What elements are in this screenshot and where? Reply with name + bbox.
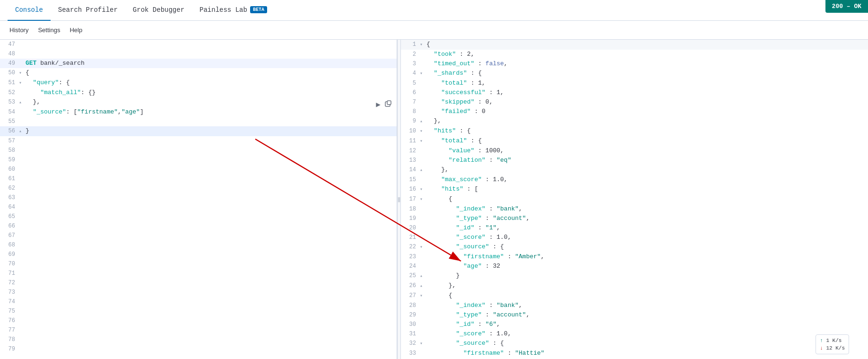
editor-line-51: 51 ▾ "query": { bbox=[0, 78, 397, 88]
editor-pane: 47 48 49 GET bank/_search bbox=[0, 40, 397, 359]
output-line-11: 11 ▾ "total" : { bbox=[401, 136, 868, 146]
download-stat: ↓ 12 K/s bbox=[820, 344, 845, 352]
editor-line-63: 63 bbox=[0, 193, 397, 202]
editor-line-77: 77 bbox=[0, 325, 397, 335]
editor-line-73: 73 bbox=[0, 288, 397, 297]
editor-line-66: 66 bbox=[0, 221, 397, 231]
output-line-5: 5 "total" : 1, bbox=[401, 79, 868, 88]
svg-rect-0 bbox=[387, 101, 391, 105]
output-line-12: 12 "value" : 1000, bbox=[401, 146, 868, 156]
output-line-13: 13 "relation" : "eq" bbox=[401, 156, 868, 165]
tab-console[interactable]: Console bbox=[8, 0, 51, 21]
network-stats: ↑ 1 K/s ↓ 12 K/s bbox=[816, 334, 849, 354]
output-line-25: 25 ▴ } bbox=[401, 271, 868, 281]
editor-line-78: 78 bbox=[0, 335, 397, 344]
output-line-14: 14 ▴ }, bbox=[401, 165, 868, 175]
output-line-19: 19 "_type" : "account", bbox=[401, 214, 868, 223]
copy-as-curl-icon[interactable] bbox=[384, 100, 392, 110]
output-line-28: 28 "_index" : "bank", bbox=[401, 301, 868, 310]
editor-action-icons: ▶ bbox=[376, 100, 392, 110]
output-line-3: 3 "timed_out" : false, bbox=[401, 59, 868, 69]
editor-line-56: 56 ▴ } bbox=[0, 126, 397, 136]
output-line-32: 32 ▾ "_source" : { bbox=[401, 339, 868, 349]
pane-divider[interactable]: ‖ bbox=[397, 40, 401, 359]
output-line-4: 4 ▾ "_shards" : { bbox=[401, 69, 868, 79]
tab-search-profiler[interactable]: Search Profiler bbox=[51, 0, 125, 21]
status-badge: 200 – OK bbox=[825, 0, 868, 13]
tab-painless-lab[interactable]: Painless Lab BETA bbox=[192, 0, 275, 21]
editor-line-79: 79 bbox=[0, 344, 397, 354]
main-content: 47 48 49 GET bank/_search bbox=[0, 40, 868, 359]
editor-line-74: 74 bbox=[0, 297, 397, 306]
output-line-24: 24 "age" : 32 bbox=[401, 262, 868, 271]
editor-line-55: 55 bbox=[0, 117, 397, 126]
editor-line-70: 70 bbox=[0, 259, 397, 269]
editor-line-67: 67 bbox=[0, 231, 397, 240]
editor-line-69: 69 bbox=[0, 250, 397, 259]
editor-line-64: 64 bbox=[0, 202, 397, 212]
editor-line-72: 72 bbox=[0, 278, 397, 288]
editor-line-50: 50 ▾ { bbox=[0, 68, 397, 78]
output-line-26: 26 ▴ }, bbox=[401, 281, 868, 291]
output-line-7: 7 "skipped" : 0, bbox=[401, 97, 868, 107]
upload-stat: ↑ 1 K/s bbox=[820, 337, 845, 344]
editor-line-58: 58 bbox=[0, 146, 397, 155]
toolbar: History Settings Help 200 – OK bbox=[0, 21, 868, 40]
help-button[interactable]: Help bbox=[66, 25, 86, 35]
output-line-27: 27 ▾ { bbox=[401, 291, 868, 301]
editor-line-68: 68 bbox=[0, 240, 397, 250]
output-line-33: 33 "firstname" : "Hattie" bbox=[401, 349, 868, 358]
output-line-23: 23 "firstname" : "Amber", bbox=[401, 252, 868, 262]
output-line-2: 2 "took" : 2, bbox=[401, 50, 868, 59]
output-line-21: 21 "_score" : 1.0, bbox=[401, 233, 868, 242]
output-line-30: 30 "_id" : "6", bbox=[401, 320, 868, 329]
output-line-31: 31 "_score" : 1.0, bbox=[401, 329, 868, 339]
editor-line-52: 52 "match_all": {} bbox=[0, 88, 397, 97]
editor-line-49: 49 GET bank/_search bbox=[0, 59, 397, 68]
editor-line-76: 76 bbox=[0, 316, 397, 325]
output-line-16: 16 ▾ "hits" : [ bbox=[401, 184, 868, 194]
editor-line-53: 53 ▴ }, bbox=[0, 97, 397, 107]
run-icon[interactable]: ▶ bbox=[376, 100, 381, 110]
output-line-17: 17 ▾ { bbox=[401, 194, 868, 204]
editor-line-60: 60 bbox=[0, 165, 397, 174]
editor-line-59: 59 bbox=[0, 155, 397, 165]
editor-line-47: 47 bbox=[0, 40, 397, 49]
output-line-22: 22 ▾ "_source" : { bbox=[401, 242, 868, 252]
output-line-20: 20 "_id" : "1", bbox=[401, 223, 868, 233]
output-line-18: 18 "_index" : "bank", bbox=[401, 204, 868, 214]
editor-line-57: 57 bbox=[0, 136, 397, 146]
editor-line-71: 71 bbox=[0, 269, 397, 278]
code-area[interactable]: 47 48 49 GET bank/_search bbox=[0, 40, 397, 359]
beta-badge: BETA bbox=[250, 6, 267, 13]
output-line-1: 1 ▾ { bbox=[401, 40, 868, 50]
editor-line-65: 65 bbox=[0, 212, 397, 221]
editor-line-62: 62 bbox=[0, 184, 397, 193]
tab-grok-debugger[interactable]: Grok Debugger bbox=[125, 0, 192, 21]
output-line-10: 10 ▾ "hits" : { bbox=[401, 126, 868, 136]
output-line-29: 29 "_type" : "account", bbox=[401, 310, 868, 320]
output-line-8: 8 "failed" : 0 bbox=[401, 107, 868, 116]
output-line-9: 9 ▴ }, bbox=[401, 116, 868, 126]
editor-line-61: 61 bbox=[0, 174, 397, 184]
editor-line-48: 48 bbox=[0, 49, 397, 59]
history-button[interactable]: History bbox=[6, 25, 32, 35]
settings-button[interactable]: Settings bbox=[34, 25, 64, 35]
top-nav: Console Search Profiler Grok Debugger Pa… bbox=[0, 0, 868, 21]
output-line-6: 6 "successful" : 1, bbox=[401, 88, 868, 97]
editor-line-75: 75 bbox=[0, 306, 397, 316]
output-pane[interactable]: 1 ▾ { 2 "took" : 2, 3 "timed_out" : fals… bbox=[401, 40, 868, 359]
editor-line-54: 54 "_source": ["firstname","age"] bbox=[0, 107, 397, 117]
output-line-15: 15 "max_score" : 1.0, bbox=[401, 175, 868, 184]
